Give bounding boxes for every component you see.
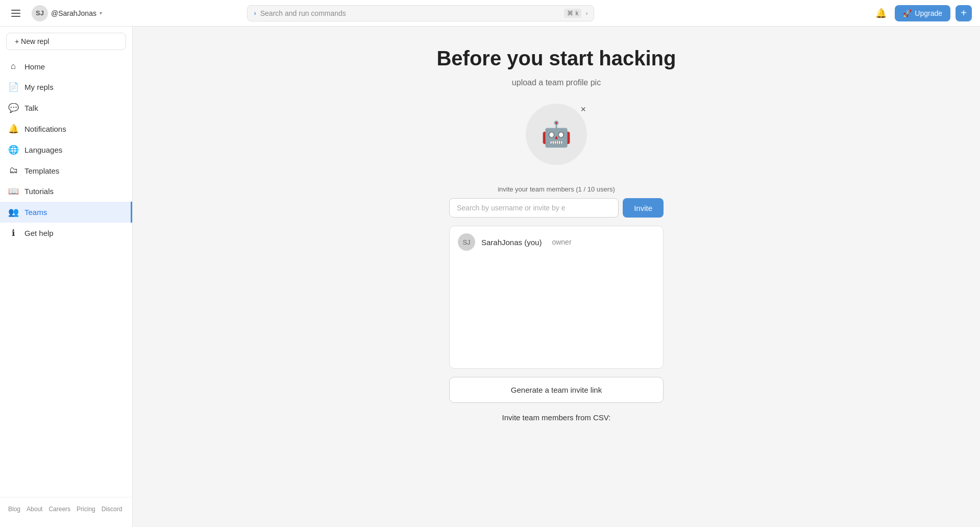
new-repl-button[interactable]: + New repl <box>6 33 126 50</box>
templates-icon: 🗂 <box>8 165 18 176</box>
search-chevron-icon: › <box>254 9 256 17</box>
main-content: Before you start hacking upload a team p… <box>133 27 980 527</box>
footer-link-blog[interactable]: Blog <box>8 506 20 513</box>
chevron-down-icon: ▾ <box>100 10 102 16</box>
sidebar-item-label: My repls <box>24 83 54 91</box>
sidebar-item-label: Teams <box>24 208 47 217</box>
notifications-bell-button[interactable]: 🔔 <box>872 5 890 22</box>
hamburger-button[interactable] <box>8 7 23 20</box>
my-repls-icon: 📄 <box>8 82 18 92</box>
command-search-bar[interactable]: › Search and run commands ⌘ k › <box>247 5 594 21</box>
sidebar-nav: ⌂ Home 📄 My repls 💬 Talk 🔔 Notifications… <box>0 56 132 244</box>
upgrade-button[interactable]: 🚀 Upgrade <box>895 5 950 21</box>
footer-links: BlogAboutCareersPricingDiscord <box>0 501 132 517</box>
invite-search-input[interactable] <box>449 198 619 218</box>
footer-link-pricing[interactable]: Pricing <box>77 506 95 513</box>
invite-button[interactable]: Invite <box>623 198 664 218</box>
topnav-right: 🔔 🚀 Upgrade + <box>872 5 972 22</box>
notifications-icon: 🔔 <box>8 124 18 134</box>
sidebar-item-label: Templates <box>24 166 59 175</box>
sidebar-item-label: Get help <box>24 229 54 237</box>
avatar: SJ <box>32 5 48 21</box>
sidebar-item-templates[interactable]: 🗂 Templates <box>0 160 132 181</box>
invite-label: invite your team members (1 / 10 users) <box>449 185 664 193</box>
footer-link-careers[interactable]: Careers <box>48 506 70 513</box>
sidebar-item-talk[interactable]: 💬 Talk <box>0 98 132 118</box>
get-help-icon: ℹ <box>8 228 18 238</box>
page-title: Before you start hacking <box>436 47 676 70</box>
username-label: @SarahJonas <box>51 9 96 17</box>
sidebar-item-label: Home <box>24 62 45 71</box>
topnav-left: SJ @SarahJonas ▾ <box>8 3 105 23</box>
footer-link-discord[interactable]: Discord <box>102 506 122 513</box>
member-avatar: SJ <box>458 233 475 251</box>
tutorials-icon: 📖 <box>8 186 18 197</box>
csv-invite-label: Invite team members from CSV: <box>449 413 664 422</box>
sidebar-item-get-help[interactable]: ℹ Get help <box>0 223 132 244</box>
close-profile-pic-button[interactable]: × <box>580 105 586 114</box>
generate-invite-link-button[interactable]: Generate a team invite link <box>449 377 664 403</box>
upgrade-icon: 🚀 <box>903 9 912 17</box>
sidebar-item-label: Languages <box>24 146 62 154</box>
invite-input-row: Invite <box>449 198 664 218</box>
page-subtitle: upload a team profile pic <box>512 78 601 87</box>
chevron-right-icon: › <box>585 10 587 17</box>
search-bar-placeholder: Search and run commands <box>260 9 560 17</box>
home-icon: ⌂ <box>8 61 18 71</box>
teams-icon: 👥 <box>8 207 18 218</box>
topnav: SJ @SarahJonas ▾ › Search and run comman… <box>0 0 980 27</box>
member-item: SJ SarahJonas (you) owner <box>450 226 663 258</box>
sidebar-item-teams[interactable]: 👥 Teams <box>0 202 132 223</box>
profile-pic-upload[interactable]: 🤖 <box>526 104 587 165</box>
search-shortcut-badge: ⌘ k <box>564 9 581 18</box>
sidebar-item-languages[interactable]: 🌐 Languages <box>0 139 132 160</box>
sidebar-item-label: Tutorials <box>24 187 54 196</box>
sidebar-item-tutorials[interactable]: 📖 Tutorials <box>0 181 132 202</box>
sidebar-item-home[interactable]: ⌂ Home <box>0 56 132 77</box>
sidebar-footer: BlogAboutCareersPricingDiscord <box>0 497 132 521</box>
sidebar-item-my-repls[interactable]: 📄 My repls <box>0 77 132 98</box>
user-avatar-button[interactable]: SJ @SarahJonas ▾ <box>29 3 105 23</box>
sidebar: + New repl ⌂ Home 📄 My repls 💬 Talk 🔔 No… <box>0 27 133 527</box>
footer-link-about[interactable]: About <box>27 506 42 513</box>
member-role: owner <box>552 238 571 246</box>
languages-icon: 🌐 <box>8 145 18 155</box>
invite-section: invite your team members (1 / 10 users) … <box>449 185 664 422</box>
sidebar-item-label: Talk <box>24 104 38 112</box>
member-name: SarahJonas (you) <box>481 238 542 247</box>
new-item-button[interactable]: + <box>955 5 972 21</box>
sidebar-item-notifications[interactable]: 🔔 Notifications <box>0 118 132 139</box>
talk-icon: 💬 <box>8 103 18 113</box>
app-layout: + New repl ⌂ Home 📄 My repls 💬 Talk 🔔 No… <box>0 27 980 527</box>
sidebar-item-label: Notifications <box>24 125 66 133</box>
profile-pic-area: 🤖 × <box>526 104 587 165</box>
robot-icon: 🤖 <box>541 122 572 147</box>
members-list: SJ SarahJonas (you) owner <box>449 226 664 369</box>
